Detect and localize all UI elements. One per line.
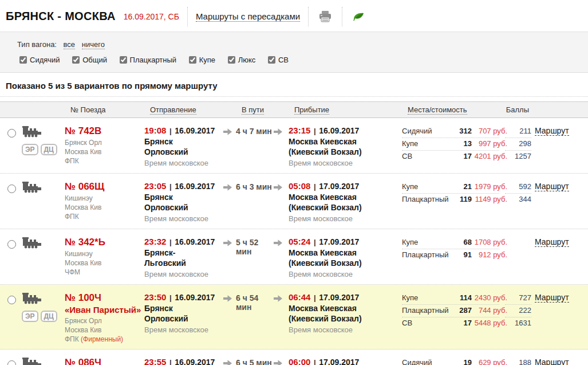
train-destination: Москва Кив — [65, 325, 144, 335]
checkbox-input[interactable] — [189, 56, 196, 64]
er-badge: ЭР — [22, 144, 38, 155]
wagon-checkbox-lux[interactable]: Люкс — [226, 56, 256, 64]
arrival-date: 17.09.2017 — [319, 358, 359, 365]
separator: | — [169, 358, 172, 365]
seat-row: Сидячий312707 руб.211 — [402, 125, 531, 138]
timezone-note: Время московское — [289, 325, 394, 335]
seat-price: 1979 руб. — [472, 182, 507, 191]
separator: | — [314, 238, 316, 246]
arrow-icon — [223, 292, 236, 304]
departure-date: 16.09.2017 — [175, 237, 215, 246]
train-row-086ch: ЭР ДЦ № 086Ч Климов Москва Кив ФПК 23:55… — [0, 350, 588, 365]
route-link[interactable]: Маршрут — [535, 126, 569, 136]
train-origin: Кишинэу — [65, 249, 144, 258]
separator: | — [314, 127, 316, 135]
wagon-checkbox-common[interactable]: Общий — [70, 56, 107, 64]
leaf-icon — [352, 10, 366, 23]
seat-count: 91 — [450, 250, 472, 259]
seats-table: Сидячий312707 руб.211 Купе13997 руб.298 … — [402, 125, 531, 163]
train-icon — [22, 357, 42, 365]
arrow-icon — [223, 357, 236, 365]
seat-row: Плацкартный287744 руб.222 — [402, 305, 531, 317]
train-carrier: ФПК — [65, 212, 144, 221]
separator: | — [314, 182, 316, 191]
arrival-time: 05:08 — [289, 181, 310, 191]
arrival-time: 23:15 — [289, 125, 310, 135]
train-select-radio[interactable] — [7, 360, 16, 365]
checkbox-input[interactable] — [268, 56, 275, 64]
arrow-icon — [274, 125, 289, 138]
seat-points: 188 — [507, 358, 531, 365]
dc-badge: ДЦ — [41, 144, 57, 155]
train-row-066shch: № 066Щ Кишинэу Москва Кив ФПК 23:05 | 16… — [0, 174, 588, 229]
arrow-icon — [274, 292, 289, 304]
seat-type: Купе — [402, 139, 450, 148]
seat-count: 119 — [450, 195, 472, 203]
train-select-radio[interactable] — [7, 185, 16, 193]
eco-button[interactable] — [350, 8, 368, 25]
seat-points: 211 — [507, 127, 531, 135]
departure-date: 16.09.2017 — [175, 358, 215, 365]
trip-duration: 5 ч 52 мин — [236, 237, 274, 256]
checkbox-input[interactable] — [228, 56, 235, 64]
branded-note: (Фирменный) — [81, 335, 123, 343]
route-link[interactable]: Маршрут — [535, 182, 569, 191]
arrow-icon — [223, 125, 236, 138]
arrival-date: 17.09.2017 — [319, 182, 359, 191]
seat-row: СВ174201 руб.1257 — [402, 151, 531, 163]
route-link[interactable]: Маршрут — [535, 358, 569, 365]
seat-type: Сидячий — [402, 358, 450, 365]
train-select-radio[interactable] — [7, 129, 16, 138]
travel-date: 16.09.2017, СБ — [124, 12, 179, 21]
col-departure[interactable]: Отправление — [150, 105, 229, 114]
arrival-time: 05:24 — [289, 237, 310, 246]
route-link[interactable]: Маршрут — [535, 293, 569, 303]
col-duration[interactable]: В пути — [242, 105, 279, 114]
train-number: № 100Ч — [65, 292, 144, 304]
wagon-checkbox-sitting[interactable]: Сидячий — [17, 56, 60, 64]
departure-station: Льговский — [144, 258, 223, 268]
train-row-342: № 342*Ь Кишинэу Москва Кив ЧФМ 23:32 | 1… — [0, 229, 588, 285]
departure-date: 16.09.2017 — [175, 182, 215, 191]
train-number: № 742В — [65, 125, 144, 137]
train-select-radio[interactable] — [7, 296, 16, 304]
print-button[interactable] — [317, 8, 334, 25]
arrival-station: Москва Киевская (Киевский Вокзал) — [289, 192, 394, 213]
seat-type: Плацкартный — [402, 250, 450, 259]
select-all-link[interactable]: все — [64, 40, 76, 49]
seat-points: 1257 — [507, 152, 531, 160]
checkbox-input[interactable] — [72, 56, 80, 64]
departure-station: Брянск- — [144, 248, 223, 258]
col-seats-price[interactable]: Места/стоимость — [408, 105, 467, 115]
select-none-link[interactable]: ничего — [82, 40, 105, 49]
train-destination: Москва Кив — [65, 258, 144, 268]
wagon-checkbox-sv[interactable]: СВ — [266, 56, 289, 64]
trip-duration: 4 ч 7 мин — [236, 125, 274, 136]
seat-row: Сидячий19629 руб.188 — [402, 357, 531, 365]
arrival-date: 17.09.2017 — [319, 293, 359, 302]
train-select-radio[interactable] — [7, 240, 16, 249]
seat-count: 114 — [450, 293, 472, 302]
seat-price: 4201 руб. — [472, 152, 507, 160]
train-carrier: ЧФМ — [65, 268, 144, 277]
checkbox-label: Купе — [199, 56, 215, 64]
arrival-time: 06:00 — [289, 357, 310, 365]
timezone-note: Время московское — [144, 214, 223, 223]
departure-time: 23:32 — [144, 237, 166, 246]
seat-count: 68 — [450, 238, 472, 246]
divider — [187, 7, 188, 26]
seat-type: Купе — [402, 238, 450, 246]
seat-count: 21 — [450, 182, 472, 191]
wagon-checkbox-platzkart[interactable]: Плацкартный — [117, 56, 177, 64]
train-icon — [22, 237, 42, 250]
wagon-checkbox-coupe[interactable]: Купе — [187, 56, 215, 64]
transfer-routes-link[interactable]: Маршруты с пересадками — [196, 11, 300, 22]
route-link[interactable]: Маршрут — [535, 237, 569, 247]
arrow-icon — [223, 181, 236, 193]
page-title: БРЯНСК - МОСКВА — [6, 10, 116, 23]
checkbox-input[interactable] — [19, 56, 27, 64]
arrival-date: 16.09.2017 — [319, 126, 359, 135]
col-arrival[interactable]: Прибытие — [294, 105, 408, 114]
arrow-icon — [223, 237, 236, 249]
checkbox-input[interactable] — [120, 56, 127, 64]
